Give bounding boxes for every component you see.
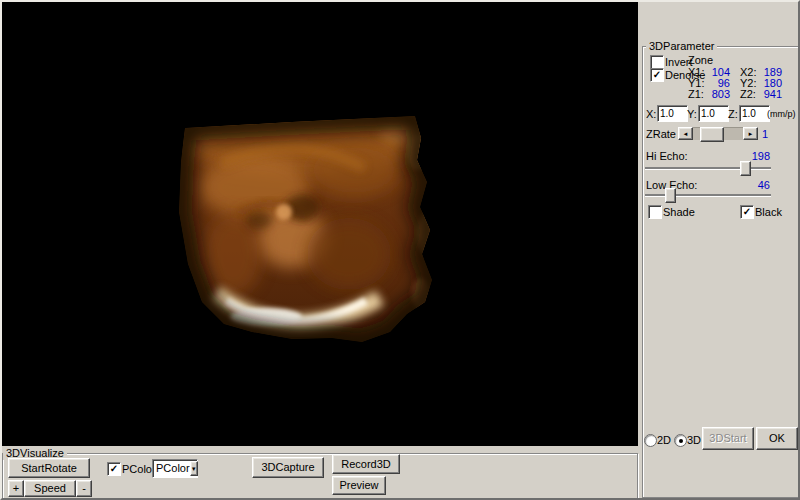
record-3d-button-label: Record3D xyxy=(341,459,391,470)
scale-unit-label: (mm/p) xyxy=(767,108,796,120)
speed-minus-button[interactable]: - xyxy=(76,480,92,497)
start-rotate-button-label: StartRotate xyxy=(21,463,77,474)
ok-button-label: OK xyxy=(769,433,785,444)
ultrasound-3d-render xyxy=(2,2,638,446)
mode-3d-radio[interactable] xyxy=(674,434,687,447)
zrate-scrollbar-track[interactable] xyxy=(693,127,743,140)
zrate-value: 1 xyxy=(758,128,772,140)
zrate-scrollbar-thumb[interactable] xyxy=(700,127,724,142)
preview-button-label: Preview xyxy=(339,480,378,491)
shade-checkbox[interactable] xyxy=(648,205,662,219)
parameter-groupbox-title: 3DParameter xyxy=(646,40,717,53)
ok-button[interactable]: OK xyxy=(756,427,798,450)
zone-z2-value: 941 xyxy=(754,88,782,100)
check-icon: ✓ xyxy=(653,70,661,80)
pcolor-combobox[interactable]: PColor ▼ xyxy=(152,459,198,478)
check-icon: ✓ xyxy=(743,207,751,217)
pcolor-checkbox[interactable]: ✓ xyxy=(107,462,121,476)
capture-3d-button-label: 3DCapture xyxy=(261,462,314,473)
hi-echo-slider-thumb[interactable] xyxy=(740,161,751,176)
scale-y-input[interactable] xyxy=(698,105,729,122)
shade-label: Shade xyxy=(663,206,695,218)
radio-selected-dot xyxy=(679,439,683,443)
zrate-label: ZRate xyxy=(646,128,676,140)
start3d-button[interactable]: 3DStart xyxy=(702,427,754,450)
mode-3d-label: 3D xyxy=(687,434,701,446)
plus-icon: + xyxy=(13,483,19,494)
hi-echo-slider-track[interactable] xyxy=(645,167,771,169)
denoise-checkbox[interactable]: ✓ xyxy=(650,68,664,82)
pcolor-combobox-value: PColor xyxy=(153,463,190,474)
speed-button[interactable]: Speed xyxy=(24,480,76,497)
scale-x-label: X: xyxy=(646,108,656,120)
speed-plus-button[interactable]: + xyxy=(8,480,24,497)
pcolor-combobox-dropdown-button[interactable]: ▼ xyxy=(190,461,198,476)
record-3d-button[interactable]: Record3D xyxy=(332,454,400,474)
zrate-scroll-left-button[interactable]: ◄ xyxy=(678,127,693,140)
low-echo-value: 46 xyxy=(740,179,770,191)
low-echo-slider-track[interactable] xyxy=(645,194,771,196)
dropdown-arrow-icon: ▼ xyxy=(191,466,197,472)
capture-3d-button[interactable]: 3DCapture xyxy=(252,457,324,478)
zone-z1-value: 803 xyxy=(702,88,730,100)
render-viewport[interactable] xyxy=(2,2,638,446)
ultrasound-3d-app-window: { "colors": { "window_bg": "#d4d0c8", "v… xyxy=(0,0,800,500)
black-label: Black xyxy=(755,206,782,218)
mode-2d-label: 2D xyxy=(657,434,671,446)
zrate-scrollbar[interactable]: ◄ ► xyxy=(678,127,758,140)
zrate-scroll-right-button[interactable]: ► xyxy=(743,127,758,140)
mode-2d-radio[interactable] xyxy=(644,434,657,447)
start-rotate-button[interactable]: StartRotate xyxy=(8,458,90,478)
check-icon: ✓ xyxy=(110,464,118,474)
pcolor-checkbox-label: PColor xyxy=(122,463,156,475)
parameter-panel: 3DParameter Invert ✓ Denoise Zone X1: 10… xyxy=(640,0,800,500)
scale-z-label: Z: xyxy=(728,108,738,120)
black-checkbox[interactable]: ✓ xyxy=(740,205,754,219)
hi-echo-label: Hi Echo: xyxy=(646,150,688,162)
low-echo-slider-thumb[interactable] xyxy=(665,188,676,203)
visualize-panel: 3DVisualize StartRotate + Speed - ✓ PCol… xyxy=(0,446,638,500)
scale-x-input[interactable] xyxy=(657,105,688,122)
start3d-button-label: 3DStart xyxy=(709,433,746,444)
invert-checkbox[interactable] xyxy=(650,55,664,69)
scale-z-input[interactable] xyxy=(739,105,770,122)
scale-y-label: Y: xyxy=(687,108,697,120)
scroll-right-arrow-icon: ► xyxy=(748,131,754,137)
scroll-left-arrow-icon: ◄ xyxy=(683,131,689,137)
speed-button-label: Speed xyxy=(34,483,66,494)
minus-icon: - xyxy=(82,483,86,494)
zone-title: Zone xyxy=(688,54,713,66)
preview-button[interactable]: Preview xyxy=(332,476,386,495)
